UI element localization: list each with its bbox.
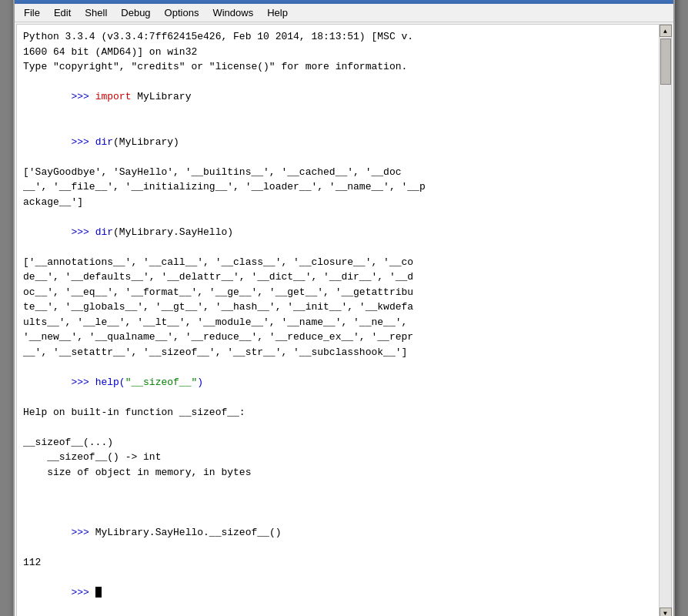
menu-bar: File Edit Shell Debug Options Windows He… (15, 4, 673, 22)
prompt-5: >>> (71, 527, 95, 538)
prompt-6: >>> (71, 587, 95, 598)
scroll-up-arrow[interactable]: ▲ (660, 25, 672, 37)
prompt-3: >>> (71, 226, 95, 238)
dir-sh-output-2: de__', '__defaults__', '__delattr__', '_… (23, 270, 653, 285)
menu-debug[interactable]: Debug (115, 5, 156, 20)
cmd-dir-sayhello: >>> dir(MyLibrary.SayHello) (23, 209, 653, 255)
header-line2: 1600 64 bit (AMD64)] on win32 (23, 45, 653, 60)
shell-output[interactable]: Python 3.3.4 (v3.3.4:7ff62415e426, Feb 1… (17, 25, 659, 616)
scrollbar[interactable]: ▲ ▼ (659, 25, 671, 616)
shell-area: Python 3.3.4 (v3.3.4:7ff62415e426, Feb 1… (16, 24, 672, 616)
cursor (95, 587, 102, 598)
menu-file[interactable]: File (18, 5, 46, 20)
final-prompt: >>> (23, 570, 653, 615)
menu-help[interactable]: Help (261, 5, 294, 20)
help-output-blank3 (23, 495, 653, 511)
menu-edit[interactable]: Edit (48, 5, 77, 20)
dir-call-2: dir (95, 226, 113, 238)
help-output-1: Help on built-in function __sizeof__: (23, 405, 653, 420)
sizeof-result: 112 (23, 555, 653, 571)
dir-sh-output-1: ['__annotations__', '__call__', '__class… (23, 255, 653, 270)
prompt-1: >>> (71, 91, 95, 102)
help-call: help( (95, 377, 125, 388)
menu-shell[interactable]: Shell (78, 5, 113, 20)
header-line3: Type "copyright", "credits" or "license(… (23, 59, 653, 75)
scroll-track[interactable] (660, 37, 671, 608)
sizeof-call: MyLibrary.SayHello.__sizeof__() (95, 527, 282, 538)
dir-sh-output-5: ults__', '__le__', '__lt__', '__module__… (23, 315, 653, 330)
help-arg: "__sizeof__" (125, 377, 198, 388)
dir-sh-output-4: te__', '__globals__', '__gt__', '__hash_… (23, 300, 653, 315)
help-output-3: __sizeof__() -> int (23, 450, 653, 465)
dir-sh-output-6: '__new__', '__qualname__', '__reduce__',… (23, 330, 653, 345)
dir-output-3: ackage__'] (23, 195, 653, 210)
help-output-2: __sizeof__(...) (23, 435, 653, 450)
dir-call: dir (95, 136, 113, 148)
cmd-help: >>> help("__sizeof__") (23, 360, 653, 405)
scroll-down-arrow[interactable]: ▼ (660, 608, 672, 616)
help-output-blank2 (23, 480, 653, 495)
cmd-sizeof: >>> MyLibrary.SayHello.__sizeof__() (23, 510, 653, 555)
dir-sh-output-7: __', '__setattr__', '__sizeof__', '__str… (23, 345, 653, 360)
menu-options[interactable]: Options (159, 5, 205, 20)
dir-arg-2: (MyLibrary.SayHello) (113, 226, 233, 238)
import-text: MyLibrary (131, 91, 191, 102)
dir-output-2: __', '__file__', '__initializing__', '__… (23, 179, 653, 195)
scroll-thumb[interactable] (660, 38, 671, 85)
help-output-blank1 (23, 420, 653, 435)
cmd-dir: >>> dir(MyLibrary) (23, 119, 653, 165)
menu-windows[interactable]: Windows (206, 5, 259, 20)
help-close: ) (197, 377, 203, 388)
dir-output-1: ['SayGoodbye', 'SayHello', '__builtins__… (23, 165, 653, 180)
help-output-4: size of object in memory, in bytes (23, 465, 653, 480)
main-window: 74 Python 3.3.4 Shell — □ ✕ File Edit Sh… (13, 0, 675, 616)
prompt-4: >>> (71, 377, 95, 388)
cmd-import: >>> import MyLibrary (23, 75, 653, 120)
prompt-2: >>> (71, 136, 95, 148)
header-line1: Python 3.3.4 (v3.3.4:7ff62415e426, Feb 1… (23, 29, 653, 45)
dir-sh-output-3: oc__', '__eq__', '__format__', '__ge__',… (23, 285, 653, 300)
dir-arg: (MyLibrary) (113, 136, 179, 148)
keyword-import: import (95, 91, 132, 102)
